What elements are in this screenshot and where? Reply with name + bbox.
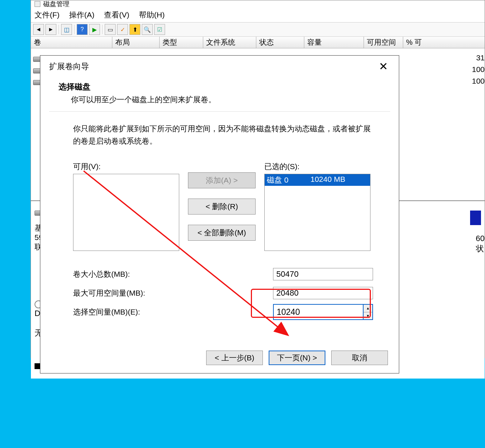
back-button[interactable]: < 上一步(B): [206, 351, 263, 365]
available-label: 可用(V):: [73, 161, 179, 172]
add-button[interactable]: 添加(A) >: [188, 172, 256, 188]
total-size-label: 卷大小总数(MB):: [73, 269, 273, 279]
tool-icon-check[interactable]: ✓: [117, 24, 128, 35]
wizard-title: 扩展卷向导: [49, 61, 89, 72]
select-space-spinner: ▲ ▼: [273, 304, 373, 320]
legend-square-icon: [35, 363, 40, 369]
menu-help[interactable]: 帮助(H): [139, 10, 165, 20]
col-type[interactable]: 类型: [160, 37, 203, 48]
wizard-footer: < 上一步(B) 下一页(N) > 取消: [206, 351, 388, 365]
size-fields: 卷大小总数(MB): 50470 最大可用空间量(MB): 20480 选择空间…: [73, 265, 377, 321]
selected-disk-item[interactable]: 磁盘 0 10240 MB: [265, 174, 370, 186]
col-free[interactable]: 可用空间: [364, 37, 403, 48]
help-icon[interactable]: ?: [77, 24, 88, 35]
available-listbox[interactable]: [73, 174, 179, 251]
properties-icon[interactable]: ◫: [61, 24, 72, 35]
tool-icon-search[interactable]: 🔍: [142, 24, 153, 35]
refresh-icon[interactable]: ▶: [89, 24, 100, 35]
col-layout[interactable]: 布局: [112, 37, 160, 48]
next-button[interactable]: 下一页(N) >: [269, 351, 325, 365]
tool-icon-1[interactable]: ▭: [105, 24, 116, 35]
toolbar-separator: [59, 25, 59, 34]
remove-all-button[interactable]: < 全部删除(M): [188, 225, 256, 241]
pct-value: 31: [476, 53, 485, 62]
select-space-label: 选择空间量(MB)(E):: [73, 307, 273, 317]
toolbar: ◄ ► ◫ ? ▶ ▭ ✓ ⬆ 🔍 ☑: [31, 22, 485, 37]
wizard-body: 你只能将此卷扩展到如下所示的可用空间，因为不能将磁盘转换为动态磁盘，或者被扩展的…: [40, 112, 399, 329]
spinner-up-icon[interactable]: ▲: [364, 305, 372, 312]
extend-volume-wizard: 扩展卷向导 ✕ 选择磁盘 你可以用至少一个磁盘上的空间来扩展卷。 你只能将此卷扩…: [40, 55, 399, 373]
selected-disk-size: 10240 MB: [310, 175, 345, 185]
col-capacity[interactable]: 容量: [304, 37, 364, 48]
menu-action[interactable]: 操作(A): [69, 10, 95, 20]
menu-file[interactable]: 文件(F): [35, 10, 60, 20]
volume-columns-header: 卷 布局 类型 文件系统 状态 容量 可用空间 % 可: [31, 37, 485, 48]
max-space-value: 20480: [273, 287, 373, 299]
partition-bar[interactable]: [470, 211, 481, 225]
wizard-heading: 选择磁盘: [59, 81, 381, 92]
selected-listbox[interactable]: 磁盘 0 10240 MB: [264, 174, 370, 251]
wizard-subtitle: 你可以用至少一个磁盘上的空间来扩展卷。: [71, 95, 381, 105]
selected-disk-name: 磁盘 0: [267, 175, 310, 185]
total-size-value: 50470: [273, 268, 373, 280]
wizard-explanation: 你只能将此卷扩展到如下所示的可用空间，因为不能将磁盘转换为动态磁盘，或者被扩展的…: [73, 123, 377, 147]
tool-icon-up[interactable]: ⬆: [129, 24, 140, 35]
cancel-button[interactable]: 取消: [331, 351, 388, 365]
col-pct[interactable]: % 可: [403, 37, 485, 48]
spinner-down-icon[interactable]: ▼: [364, 312, 372, 320]
menu-view[interactable]: 查看(V): [104, 10, 129, 20]
max-space-label: 最大可用空间量(MB):: [73, 288, 273, 298]
window-title: 磁盘管理: [43, 0, 69, 8]
col-volume[interactable]: 卷: [31, 37, 112, 48]
pct-value: 100: [472, 77, 485, 85]
toolbar-separator: [74, 25, 75, 34]
toolbar-separator: [102, 25, 103, 34]
right-val-2: 状: [476, 243, 485, 254]
wizard-subheader: 选择磁盘 你可以用至少一个磁盘上的空间来扩展卷。: [40, 74, 399, 105]
right-val-1: 60: [476, 234, 485, 243]
selected-label: 已选的(S):: [264, 161, 370, 172]
select-space-input[interactable]: [273, 304, 364, 320]
col-fs[interactable]: 文件系统: [203, 37, 256, 48]
col-status[interactable]: 状态: [256, 37, 304, 48]
wizard-header: 扩展卷向导 ✕: [40, 56, 399, 74]
disk-selection-area: 可用(V): 添加(A) > < 删除(R) < 全部删除(M) 已选的(S):…: [73, 161, 377, 251]
window-titlebar: 磁盘管理: [31, 0, 485, 8]
nav-back-icon[interactable]: ◄: [33, 24, 44, 35]
close-icon[interactable]: ✕: [375, 60, 392, 73]
remove-button[interactable]: < 删除(R): [188, 199, 256, 215]
tool-icon-list[interactable]: ☑: [154, 24, 165, 35]
pct-value: 100: [472, 65, 485, 74]
nav-forward-icon[interactable]: ►: [45, 24, 56, 35]
menubar: 文件(F) 操作(A) 查看(V) 帮助(H): [31, 8, 485, 22]
app-icon: [35, 1, 40, 7]
